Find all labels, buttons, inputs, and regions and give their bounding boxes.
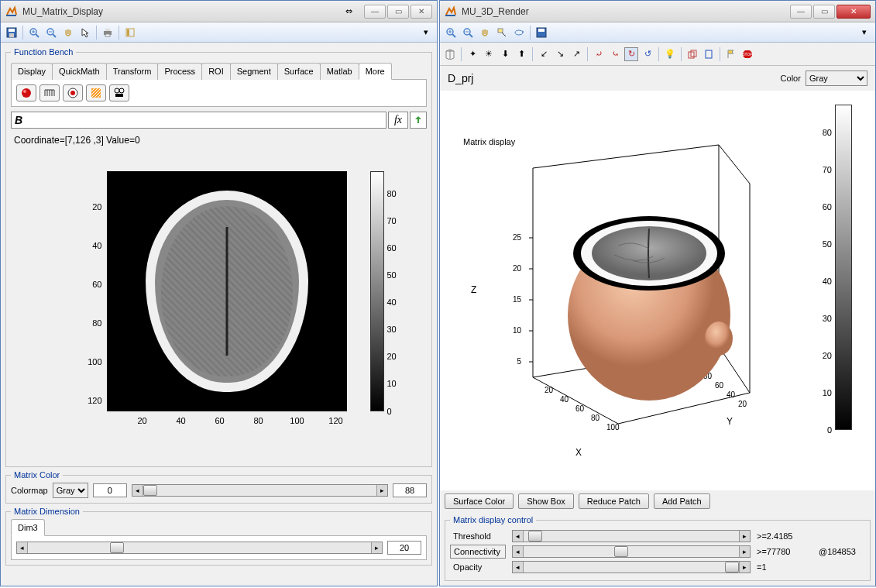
colormap-select[interactable]: Gray bbox=[53, 483, 88, 498]
pan-hand-icon[interactable] bbox=[477, 25, 493, 40]
tab-dim3[interactable]: Dim3 bbox=[11, 519, 45, 536]
tab-segment[interactable]: Segment bbox=[230, 63, 278, 80]
clim-slider[interactable]: ◂ ▸ bbox=[132, 484, 388, 497]
light-left-icon[interactable]: ↙ bbox=[537, 47, 551, 61]
render-3d-area[interactable]: Matrix display 5 10 15 20 25 20 40 60 80… bbox=[440, 91, 875, 490]
threshold-slider[interactable]: ◂▸ bbox=[512, 530, 751, 542]
run-button[interactable] bbox=[410, 112, 427, 129]
rotate-free-icon[interactable]: ↺ bbox=[641, 47, 654, 61]
connectivity-total: @184853 bbox=[819, 547, 865, 556]
comb-icon[interactable] bbox=[40, 84, 60, 101]
light-top-icon[interactable]: ⬇ bbox=[498, 47, 512, 61]
cb3tick: 50 bbox=[823, 239, 832, 249]
cb3tick: 10 bbox=[823, 388, 832, 397]
dim-value-input[interactable] bbox=[387, 541, 421, 555]
add-patch-button[interactable]: Add Patch bbox=[654, 493, 710, 509]
show-box-button[interactable]: Show Box bbox=[518, 493, 574, 509]
opacity-slider[interactable]: ◂▸ bbox=[512, 561, 751, 573]
minimize-button[interactable]: — bbox=[790, 5, 812, 19]
maximize-button[interactable]: ▭ bbox=[387, 5, 409, 19]
menu-chevron-icon[interactable]: ▾ bbox=[857, 25, 872, 40]
copy-icon[interactable] bbox=[685, 47, 699, 61]
light-right-icon[interactable]: ↘ bbox=[553, 47, 567, 61]
rotate-x-icon[interactable]: ⤾ bbox=[592, 47, 606, 61]
colorbar-2d bbox=[370, 171, 384, 411]
minimize-button[interactable]: — bbox=[364, 5, 386, 19]
tab-roi[interactable]: ROI bbox=[201, 63, 231, 80]
menu-chevron-icon[interactable]: ▾ bbox=[418, 25, 434, 40]
zoom-out-icon[interactable] bbox=[460, 25, 476, 40]
cbtick: 20 bbox=[387, 352, 397, 361]
render-color-select[interactable]: Gray bbox=[806, 70, 867, 86]
data-cursor-icon[interactable] bbox=[494, 25, 510, 40]
save-icon[interactable] bbox=[534, 25, 549, 40]
stop-icon[interactable]: STOP bbox=[740, 47, 754, 61]
formula-input[interactable] bbox=[11, 112, 386, 129]
rotate-y-icon[interactable]: ⤿ bbox=[608, 47, 622, 61]
ytick: 100 bbox=[84, 357, 102, 366]
light-front-icon[interactable]: ↗ bbox=[569, 47, 583, 61]
tab-process[interactable]: Process bbox=[157, 63, 202, 80]
red-sphere-small-icon[interactable] bbox=[63, 84, 83, 101]
film-icon[interactable] bbox=[109, 84, 129, 101]
tab-more[interactable]: More bbox=[359, 63, 392, 80]
print-icon[interactable] bbox=[100, 25, 115, 40]
light-bottom-icon[interactable]: ⬆ bbox=[514, 47, 528, 61]
connectivity-label[interactable]: Connectivity bbox=[450, 545, 506, 559]
close-button[interactable]: ✕ bbox=[411, 5, 432, 19]
dock-icon[interactable] bbox=[122, 25, 138, 40]
nav-arrows-icon[interactable]: ⇔ bbox=[338, 5, 359, 19]
light-ray-icon[interactable]: ☀ bbox=[482, 47, 496, 61]
paste-icon[interactable] bbox=[702, 47, 716, 61]
tab-quickmath[interactable]: QuickMath bbox=[52, 63, 107, 80]
svg-text:25: 25 bbox=[513, 233, 522, 242]
clim-max-input[interactable] bbox=[393, 483, 427, 497]
titlebar-right[interactable]: MU_3D_Render — ▭ ✕ bbox=[440, 1, 875, 22]
dim-slider[interactable]: ◂ ▸ bbox=[16, 542, 383, 554]
toolbar-left: ▾ bbox=[1, 22, 437, 43]
function-bench-group: Function Bench Display QuickMath Transfo… bbox=[5, 47, 432, 467]
hatch-icon[interactable] bbox=[86, 84, 106, 101]
svg-rect-15 bbox=[127, 29, 129, 36]
cbtick: 30 bbox=[387, 325, 397, 334]
zoom-in-icon[interactable] bbox=[443, 25, 459, 40]
slice-image[interactable] bbox=[107, 171, 347, 411]
threshold-label: Threshold bbox=[450, 530, 506, 542]
maximize-button[interactable]: ▭ bbox=[813, 5, 835, 19]
light-small-icon[interactable]: ✦ bbox=[465, 47, 479, 61]
clim-min-input[interactable] bbox=[93, 483, 127, 497]
titlebar-left[interactable]: MU_Matrix_Display ⇔ — ▭ ✕ bbox=[1, 1, 437, 22]
slider-left-arrow[interactable]: ◂ bbox=[17, 542, 28, 553]
zoom-out-icon[interactable] bbox=[43, 25, 59, 40]
tab-matlab[interactable]: Matlab bbox=[320, 63, 359, 80]
rotate-z-icon[interactable]: ↻ bbox=[624, 47, 638, 61]
reduce-patch-button[interactable]: Reduce Patch bbox=[579, 493, 649, 509]
close-button[interactable]: ✕ bbox=[836, 5, 871, 19]
svg-rect-32 bbox=[498, 29, 503, 33]
pointer-icon[interactable] bbox=[77, 25, 93, 40]
surface-color-button[interactable]: Surface Color bbox=[445, 493, 514, 509]
lightbulb-icon[interactable]: 💡 bbox=[663, 47, 677, 61]
connectivity-slider[interactable]: ◂▸ bbox=[512, 545, 751, 558]
fx-button[interactable]: fx bbox=[388, 112, 408, 129]
rotate-3d-icon[interactable] bbox=[511, 25, 527, 40]
save-icon[interactable] bbox=[4, 25, 19, 40]
pan-hand-icon[interactable] bbox=[60, 25, 76, 40]
slider-right-arrow[interactable]: ▸ bbox=[376, 485, 387, 496]
cb3tick: 80 bbox=[823, 128, 832, 137]
tab-surface[interactable]: Surface bbox=[277, 63, 321, 80]
tab-display[interactable]: Display bbox=[11, 63, 53, 80]
red-sphere-icon[interactable] bbox=[16, 84, 36, 101]
axes-box-icon[interactable] bbox=[443, 47, 457, 61]
coordinate-readout: Coordinate=[7,126 ,3] Value=0 bbox=[11, 132, 427, 152]
cb3tick: 60 bbox=[823, 202, 832, 211]
flag-icon[interactable] bbox=[724, 47, 738, 61]
slider-right-arrow[interactable]: ▸ bbox=[371, 542, 382, 553]
slider-left-arrow[interactable]: ◂ bbox=[132, 485, 143, 496]
zoom-in-icon[interactable] bbox=[26, 25, 42, 40]
cbtick: 80 bbox=[387, 189, 397, 198]
tab-transform[interactable]: Transform bbox=[106, 63, 159, 80]
ytick: 120 bbox=[84, 396, 102, 405]
tab-panel-more bbox=[11, 79, 427, 107]
x-axis-label: X bbox=[575, 447, 582, 458]
